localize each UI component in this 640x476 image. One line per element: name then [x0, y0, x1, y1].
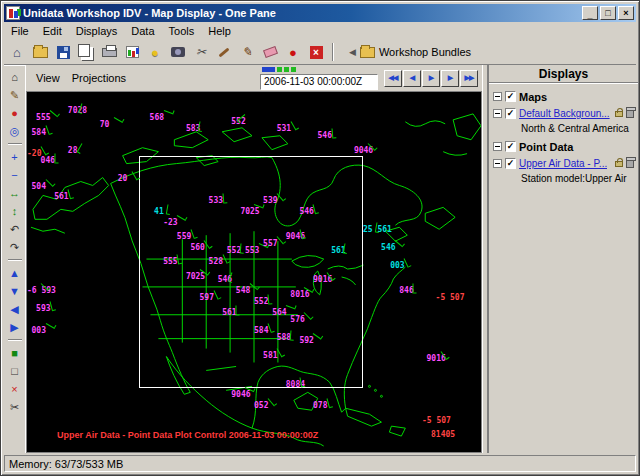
point-data-visibility-checkbox[interactable]: ✓: [505, 141, 516, 152]
lock-icon[interactable]: [615, 161, 623, 167]
station-value: 592: [299, 336, 313, 345]
snapshot-icon[interactable]: [167, 42, 189, 63]
station-value: 81405: [431, 430, 455, 439]
down-icon[interactable]: ▼: [6, 283, 23, 299]
background-visibility-checkbox[interactable]: ✓: [505, 108, 516, 119]
brush-icon[interactable]: [213, 42, 235, 63]
station-value: 28: [68, 145, 78, 154]
menu-view[interactable]: View: [30, 70, 66, 86]
fill-icon[interactable]: ■: [6, 345, 23, 361]
delete-icon[interactable]: [626, 159, 634, 168]
save-icon[interactable]: [52, 42, 74, 63]
go-first-button[interactable]: ◀◀: [384, 70, 402, 87]
eraser-icon[interactable]: [259, 42, 281, 63]
go-last-button[interactable]: ▶▶: [460, 70, 478, 87]
station-value: 7028: [68, 106, 87, 115]
station-value: 546: [318, 131, 332, 140]
redo-view-icon[interactable]: ↷: [6, 239, 23, 255]
wind-barb-icon: [131, 172, 137, 181]
window-title: Unidata Workshop IDV - Map Display - One…: [23, 7, 582, 19]
station-value: 504: [32, 181, 46, 190]
station-value: 41: [154, 206, 164, 215]
station-value: 553: [245, 246, 259, 255]
play-button[interactable]: ▶: [422, 70, 440, 87]
home-icon[interactable]: [6, 42, 28, 63]
frame-icon[interactable]: □: [6, 363, 23, 379]
copy-icon[interactable]: [75, 42, 97, 63]
step-back-button[interactable]: ◀: [403, 70, 421, 87]
station-value: 564: [272, 307, 286, 316]
lock-icon[interactable]: [615, 111, 623, 117]
displays-tree: ✓ Maps ✓ Default Backgroun... North & Ce…: [489, 83, 638, 193]
pan-vertical-icon[interactable]: ↕: [6, 203, 23, 219]
record-view-icon[interactable]: ●: [6, 105, 23, 121]
background-subtitle: North & Central America: [491, 122, 636, 138]
title-bar[interactable]: Unidata Workshop IDV - Map Display - One…: [4, 4, 636, 22]
time-readout[interactable]: 2006-11-03 00:00:00Z: [260, 74, 378, 90]
collapse-toggle-icon[interactable]: [493, 159, 502, 168]
menu-bar: File Edit Displays Data Tools Help: [4, 22, 636, 40]
cut-icon[interactable]: [190, 42, 212, 63]
display-caption: Upper Air Data - Point Data Plot Control…: [57, 430, 318, 440]
menu-data[interactable]: Data: [124, 23, 161, 39]
bulb-icon[interactable]: [144, 42, 166, 63]
wind-barb-icon: [177, 255, 180, 265]
menu-projections[interactable]: Projections: [66, 70, 132, 86]
upper-air-data-link[interactable]: Upper Air Data - P...: [519, 158, 607, 169]
wind-barb-icon: [54, 154, 55, 164]
wind-barb-icon: [304, 312, 312, 320]
upper-air-subtitle: Station model:Upper Air: [491, 172, 636, 188]
chart-icon[interactable]: [121, 42, 143, 63]
station-value: 546: [299, 206, 313, 215]
close-display-icon[interactable]: [305, 42, 327, 63]
home-view-icon[interactable]: ⌂: [6, 69, 23, 85]
pencil-icon[interactable]: [236, 42, 258, 63]
station-value: 555: [163, 257, 177, 266]
default-background-link[interactable]: Default Backgroun...: [519, 108, 610, 119]
collapse-toggle-icon[interactable]: [493, 92, 502, 101]
menu-file[interactable]: File: [4, 23, 36, 39]
pan-horizontal-icon[interactable]: ↔: [6, 185, 23, 201]
station-value: 561: [222, 307, 236, 316]
map-panel: View Projections 2006-11-03 00:00:00Z ◀◀…: [26, 65, 482, 453]
record-icon[interactable]: [282, 42, 304, 63]
maximize-button[interactable]: □: [600, 6, 616, 20]
close-button[interactable]: ×: [618, 6, 634, 20]
remove-icon[interactable]: ×: [6, 381, 23, 397]
step-forward-button[interactable]: ▶: [441, 70, 459, 87]
station-value: 20: [118, 174, 128, 183]
station-value: 70: [100, 120, 110, 129]
focus-icon[interactable]: ◎: [6, 123, 23, 139]
upper-air-visibility-checkbox[interactable]: ✓: [505, 158, 516, 169]
bundles-arrow-icon: ◀: [349, 47, 356, 57]
wind-barb-icon: [166, 204, 169, 214]
map-stations: 555584702870-200462850456156858355253154…: [27, 92, 481, 452]
maps-visibility-checkbox[interactable]: ✓: [505, 91, 516, 102]
menu-edit[interactable]: Edit: [36, 23, 69, 39]
displays-title: Displays: [489, 65, 638, 83]
left-icon[interactable]: ◀: [6, 301, 23, 317]
undo-view-icon[interactable]: ↶: [6, 221, 23, 237]
menu-tools[interactable]: Tools: [162, 23, 202, 39]
animation-steps-indicator[interactable]: [262, 67, 296, 73]
up-icon[interactable]: ▲: [6, 265, 23, 281]
collapse-toggle-icon[interactable]: [493, 142, 502, 151]
map-view[interactable]: 555584702870-200462850456156858355253154…: [26, 91, 482, 453]
map-menu-bar: View Projections 2006-11-03 00:00:00Z ◀◀…: [26, 65, 482, 91]
menu-displays[interactable]: Displays: [69, 23, 125, 39]
edit-icon[interactable]: ✎: [6, 87, 23, 103]
wind-barb-icon: [286, 305, 296, 309]
collapse-toggle-icon[interactable]: [493, 109, 502, 118]
cut-tool-icon[interactable]: ✂: [6, 399, 23, 415]
zoom-out-icon[interactable]: −: [6, 167, 23, 183]
print-icon[interactable]: [98, 42, 120, 63]
open-folder-icon[interactable]: [29, 42, 51, 63]
station-value: 046: [41, 156, 55, 165]
zoom-in-icon[interactable]: +: [6, 149, 23, 165]
delete-icon[interactable]: [626, 109, 634, 118]
right-icon[interactable]: ▶: [6, 319, 23, 335]
maps-group-row: ✓ Maps: [491, 88, 636, 105]
menu-help[interactable]: Help: [201, 23, 238, 39]
workshop-bundles-button[interactable]: ◀ Workshop Bundles: [349, 46, 471, 58]
minimize-button[interactable]: _: [582, 6, 598, 20]
